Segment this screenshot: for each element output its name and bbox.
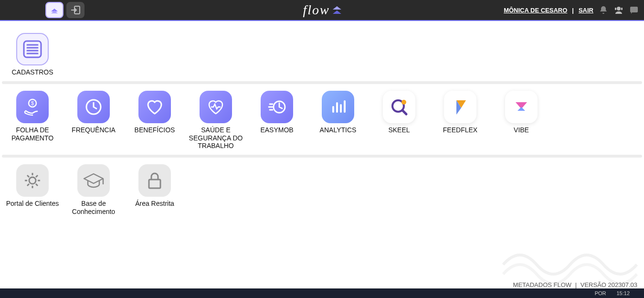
- tile-folha-de-pagamento[interactable]: $ FOLHA DE PAGAMENTO: [2, 91, 63, 150]
- label: SAÚDE E SEGURANÇA DO TRABALHO: [187, 126, 244, 150]
- label: FEEDFLEX: [443, 126, 477, 134]
- svg-point-23: [29, 177, 36, 184]
- home-button[interactable]: [45, 2, 63, 18]
- tile-feedflex[interactable]: FEEDFLEX: [430, 91, 491, 150]
- svg-rect-25: [149, 180, 160, 188]
- taskbar-time[interactable]: 15:12: [616, 290, 630, 296]
- svg-rect-7: [24, 41, 41, 57]
- label: VIBE: [514, 126, 529, 134]
- gear-icon: [16, 164, 49, 197]
- main-content: CADASTROS $ FOLHA DE PAGAMENTO FREQUÊNCI…: [0, 21, 644, 216]
- section-apps: $ FOLHA DE PAGAMENTO FREQUÊNCIA BENEFÍCI…: [2, 91, 642, 150]
- logout-icon-button[interactable]: [66, 2, 84, 18]
- label: CADASTROS: [11, 68, 53, 76]
- tile-skeel[interactable]: SKEEL: [369, 91, 430, 150]
- grad-icon: [77, 164, 110, 197]
- svg-rect-5: [621, 8, 623, 10]
- heart-icon: [138, 91, 171, 123]
- tile-beneficios[interactable]: BENEFÍCIOS: [124, 91, 185, 150]
- label: FOLHA DE PAGAMENTO: [4, 126, 61, 142]
- heartbeat-icon: [200, 91, 232, 123]
- vibe-icon: [505, 91, 538, 123]
- label: Portal de Clientes: [6, 200, 59, 208]
- label: FREQUÊNCIA: [72, 126, 116, 134]
- svg-text:$: $: [31, 100, 34, 106]
- label: ANALYTICS: [320, 126, 357, 134]
- divider-1: [2, 81, 642, 84]
- svg-rect-6: [630, 7, 638, 12]
- tile-area-restrita[interactable]: Área Restrita: [124, 164, 185, 216]
- user-name-link[interactable]: MÔNICA DE CESARO: [504, 7, 567, 14]
- tile-portal-clientes[interactable]: Portal de Clientes: [2, 164, 63, 216]
- os-taskbar: POR 15:12: [0, 288, 644, 298]
- decorative-wave: [501, 241, 639, 284]
- section-links: Portal de Clientes Base de Conhecimento …: [2, 164, 642, 216]
- tile-frequencia[interactable]: FREQUÊNCIA: [63, 91, 124, 150]
- label: SKEEL: [388, 126, 410, 134]
- label: Base de Conhecimento: [65, 200, 122, 216]
- taskbar-lang[interactable]: POR: [595, 290, 606, 296]
- label: Área Restrita: [135, 200, 174, 208]
- magnify-icon: [383, 91, 415, 123]
- lines-icon: [16, 33, 49, 65]
- tile-cadastros[interactable]: CADASTROS: [2, 33, 63, 76]
- tile-easymob[interactable]: EASYMOB: [246, 91, 307, 150]
- svg-point-21: [401, 100, 406, 105]
- tile-analytics[interactable]: ANALYTICS: [307, 91, 369, 150]
- svg-point-3: [617, 7, 621, 11]
- svg-rect-4: [615, 8, 616, 10]
- label: EASYMOB: [260, 126, 293, 134]
- section-cadastros: CADASTROS: [2, 33, 642, 76]
- tile-base-conhecimento[interactable]: Base de Conhecimento: [63, 164, 124, 216]
- svg-line-22: [402, 110, 406, 114]
- tile-saude-seguranca[interactable]: SAÚDE E SEGURANÇA DO TRABALHO: [185, 91, 246, 150]
- pay-icon: $: [16, 91, 49, 123]
- bars-icon: [322, 91, 354, 123]
- lock-icon: [138, 164, 171, 197]
- bell-icon[interactable]: [598, 5, 609, 15]
- support-icon[interactable]: [613, 5, 624, 15]
- label: BENEFÍCIOS: [135, 126, 175, 134]
- footer: METADADOS FLOW | VERSÃO 202307.03: [513, 281, 637, 288]
- speed-icon: [261, 91, 293, 123]
- brand-logo: flow: [303, 2, 341, 18]
- fold-icon: [444, 91, 476, 123]
- footer-version: VERSÃO 202307.03: [581, 281, 637, 288]
- topbar: flow MÔNICA DE CESARO | SAIR: [0, 0, 644, 20]
- logout-link[interactable]: SAIR: [579, 7, 593, 14]
- chat-icon[interactable]: [629, 5, 639, 15]
- brand-text: flow: [303, 2, 329, 18]
- tile-vibe[interactable]: VIBE: [491, 91, 552, 150]
- divider-2: [2, 155, 642, 158]
- separator: |: [572, 7, 574, 14]
- clock-icon: [77, 91, 110, 123]
- brand-icon: [333, 6, 341, 14]
- footer-brand: METADADOS FLOW: [513, 281, 572, 288]
